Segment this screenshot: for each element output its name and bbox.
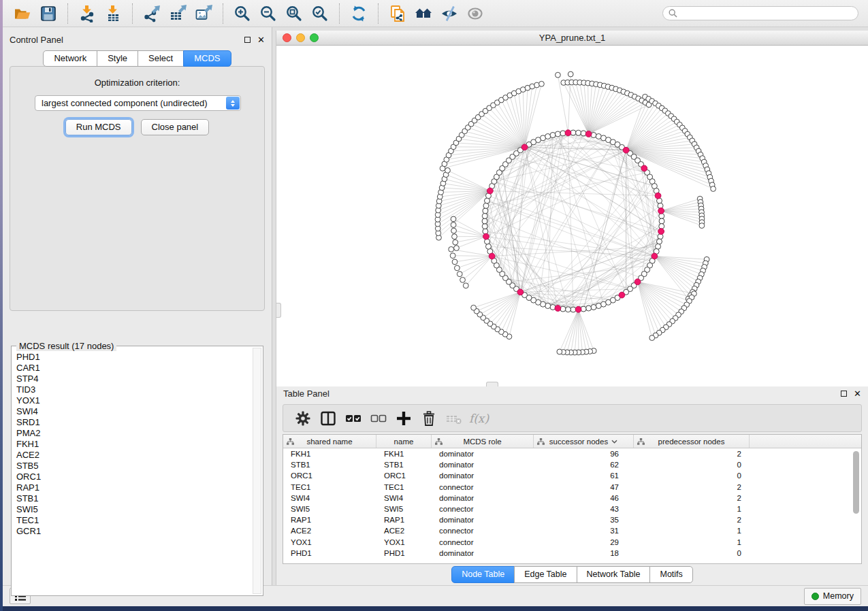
add-column-icon[interactable] [391,407,416,430]
close-panel-icon[interactable]: ✕ [257,37,265,43]
table-row[interactable]: PHD1PHD1dominator180 [283,548,861,559]
column-header-successor-nodes[interactable]: successor nodes [534,435,634,448]
close-window-traffic-light[interactable] [283,33,291,42]
table-cell: ACE2 [283,527,376,535]
mcds-result-item[interactable]: CAR1 [16,363,263,374]
mcds-result-item[interactable]: SWI5 [16,504,263,515]
import-network-icon[interactable] [74,2,100,25]
mcds-result-scrollbar[interactable] [253,348,261,594]
close-panel-button[interactable]: Close panel [141,119,210,135]
zoom-fit-icon[interactable] [281,2,307,25]
mcds-result-item[interactable]: TEC1 [16,515,263,526]
criterion-dropdown[interactable]: largest connected component (undirected) [35,95,241,111]
clear-selection-icon[interactable] [366,407,391,430]
table-cell: 35 [534,516,634,524]
zoom-in-icon[interactable] [229,2,255,25]
delete-column-icon[interactable] [416,407,441,430]
zoom-selected-icon[interactable] [307,2,333,25]
table-row[interactable]: SWI4SWI4dominator462 [283,493,861,503]
open-file-icon[interactable] [10,2,35,25]
network-canvas[interactable] [276,46,868,386]
memory-button[interactable]: Memory [804,588,861,605]
mcds-result-item[interactable]: STP4 [16,374,263,384]
home-icon[interactable] [411,2,436,25]
table-row[interactable]: ACE2ACE2connector311 [283,525,861,536]
network-graph[interactable] [276,46,868,384]
select-all-icon[interactable] [340,407,366,430]
hide-selected-eye-slash-icon[interactable] [436,2,462,25]
mcds-result-item[interactable]: YOX1 [16,395,263,406]
table-cell: 1 [634,538,750,546]
table-row[interactable]: FKH1FKH1dominator962 [283,448,861,459]
table-cell: ORC1 [283,472,376,480]
import-table-icon[interactable] [100,2,126,25]
mcds-result-item[interactable]: RAP1 [16,482,263,493]
float-panel-icon[interactable] [841,391,847,397]
table-row[interactable]: SWI5SWI5connector431 [283,503,861,514]
tab-edge-table[interactable]: Edge Table [514,566,577,583]
export-network-icon[interactable] [139,2,165,25]
toolbar-separator [67,3,68,24]
show-columns-icon[interactable] [315,407,340,430]
control-panel-titlebar: Control Panel ✕ [3,31,272,48]
tab-network-table[interactable]: Network Table [577,566,651,583]
tab-style[interactable]: Style [97,50,138,67]
tab-node-table[interactable]: Node Table [451,566,515,583]
zoom-out-icon[interactable] [255,2,281,25]
toolbar-separator [223,3,223,24]
maximize-window-traffic-light[interactable] [310,33,319,42]
table-panel-titlebar: Table Panel ✕ [276,384,868,402]
search-input[interactable] [681,9,852,18]
table-scrollbar-thumb[interactable] [853,451,859,514]
search-field[interactable] [662,6,858,20]
table-cell: SWI4 [376,494,432,502]
table-cell: connector [432,527,534,535]
export-image-icon[interactable] [191,2,216,25]
splitter-collapse-handle[interactable] [276,303,281,318]
mcds-result-item[interactable]: PHD1 [16,352,263,363]
mcds-result-item[interactable]: FKH1 [16,439,263,450]
mcds-result-item[interactable]: ACE2 [16,450,263,461]
duplicate-network-icon[interactable] [385,2,411,25]
show-all-eye-icon[interactable] [462,2,488,25]
minimize-window-traffic-light[interactable] [296,33,305,42]
table-cell: TEC1 [283,483,376,491]
table-tabs: Node TableEdge TableNetwork TableMotifs [276,564,868,585]
table-row[interactable]: ORC1ORC1dominator610 [283,470,861,481]
column-header-predecessor-nodes[interactable]: predecessor nodes [634,435,750,448]
dropdown-stepper-icon [226,97,240,110]
mcds-result-item[interactable]: PMA2 [16,428,263,439]
node-table: shared namenameMCDS rolesuccessor nodesp… [283,434,862,564]
splitter-collapse-handle[interactable] [486,382,498,386]
settings-gear-icon[interactable] [290,407,315,430]
tab-mcds[interactable]: MCDS [183,50,231,67]
tab-select[interactable]: Select [138,50,184,67]
run-mcds-button[interactable]: Run MCDS [65,119,132,135]
table-row[interactable]: STB1STB1dominator620 [283,459,861,470]
table-row[interactable]: RAP1RAP1dominator352 [283,514,861,525]
column-header-shared-name[interactable]: shared name [283,435,376,448]
column-header-name[interactable]: name [376,435,432,448]
mcds-result-item[interactable]: SRD1 [16,417,263,428]
export-table-icon[interactable] [165,2,191,25]
mcds-result-item[interactable]: STB1 [16,493,263,504]
refresh-layout-icon[interactable] [346,2,372,25]
mcds-result-item[interactable]: GCR1 [16,526,263,537]
close-panel-icon[interactable]: ✕ [854,391,861,397]
tab-motifs[interactable]: Motifs [649,566,692,583]
table-row[interactable]: YOX1YOX1connector291 [283,537,861,548]
table-header-row: shared namenameMCDS rolesuccessor nodesp… [283,435,861,448]
mcds-result-item[interactable]: ORC1 [16,472,263,482]
table-cell: dominator [432,549,534,557]
table-row[interactable]: TEC1TEC1connector472 [283,482,861,493]
mcds-result-item[interactable]: SWI4 [16,406,263,417]
table-cell: TEC1 [376,483,432,491]
table-cell: 2 [634,483,750,491]
save-session-icon[interactable] [35,2,61,25]
mcds-result-item[interactable]: STB5 [16,461,263,472]
toolbar-separator [378,3,379,24]
column-header-MCDS-role[interactable]: MCDS role [432,435,534,448]
mcds-result-item[interactable]: TID3 [16,384,263,395]
float-panel-icon[interactable] [244,37,251,43]
tab-network[interactable]: Network [43,50,97,67]
